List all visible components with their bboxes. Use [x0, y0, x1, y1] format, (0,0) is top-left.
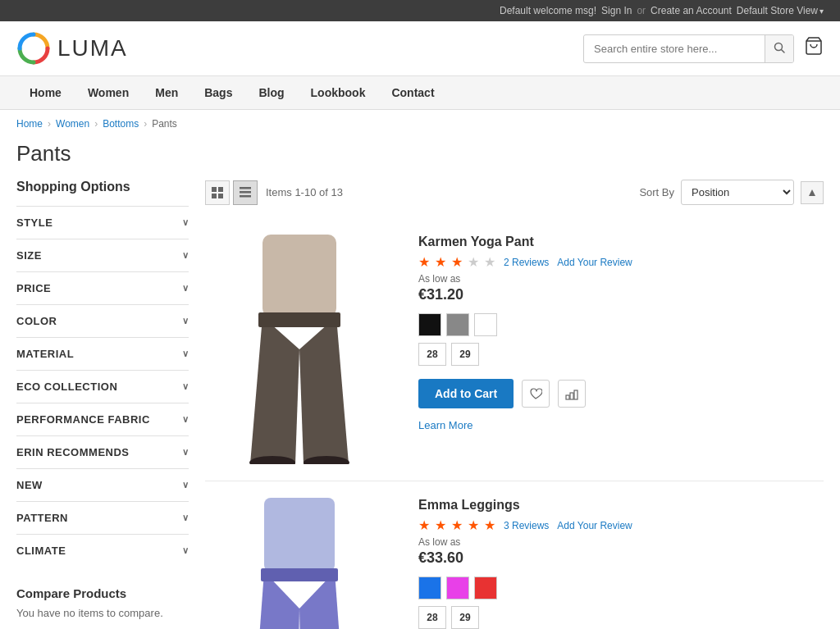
chevron-down-icon: ∨ [182, 480, 189, 490]
color-swatch-blue[interactable] [418, 577, 441, 599]
view-grid-button[interactable] [205, 180, 230, 205]
add-review-emma[interactable]: Add Your Review [557, 520, 632, 531]
filter-pattern-toggle[interactable]: PATTERN ∨ [16, 502, 189, 534]
product-image-emma [205, 498, 402, 629]
wishlist-karmen[interactable] [522, 380, 550, 408]
nav-item-home[interactable]: Home [16, 76, 75, 109]
grid-icon [212, 187, 223, 198]
filter-climate-toggle[interactable]: CLIMATE ∨ [16, 535, 189, 567]
filter-style-toggle[interactable]: STYLE ∨ [16, 207, 189, 239]
filter-material-toggle[interactable]: MATERIAL ∨ [16, 338, 189, 370]
product-image-yoga-pant [205, 235, 394, 464]
sort-direction-button[interactable] [801, 181, 824, 204]
svg-rect-6 [212, 194, 217, 198]
search-button[interactable] [765, 35, 793, 62]
product-rating-karmen: ★ ★ ★ ★ ★ 2 Reviews Add Your Review [418, 254, 824, 270]
search-input[interactable] [584, 36, 765, 62]
size-swatch-29[interactable]: 29 [451, 606, 479, 629]
compare-karmen[interactable] [558, 380, 586, 408]
sidebar: Shopping Options STYLE ∨ SIZE ∨ PRICE ∨ … [16, 180, 189, 629]
filter-eco-collection: ECO COLLECTION ∨ [16, 370, 189, 403]
nav-item-lookbook[interactable]: Lookbook [298, 76, 379, 109]
filter-pattern: PATTERN ∨ [16, 501, 189, 534]
size-swatch-28[interactable]: 28 [418, 343, 446, 366]
nav-item-men[interactable]: Men [142, 76, 191, 109]
store-switcher[interactable]: Default Store View ▾ [737, 5, 824, 16]
star-2: ★ [435, 254, 446, 270]
star-4: ★ [468, 254, 479, 270]
color-swatch-red[interactable] [474, 577, 497, 599]
filter-price-label: PRICE [16, 282, 51, 294]
breadcrumb-home[interactable]: Home [16, 118, 43, 130]
size-swatch-28[interactable]: 28 [418, 606, 446, 629]
filter-color: COLOR ∨ [16, 304, 189, 337]
product-image-karmen [205, 235, 402, 464]
chevron-down-icon: ∨ [182, 250, 189, 261]
filter-price: PRICE ∨ [16, 271, 189, 304]
svg-rect-19 [261, 568, 338, 581]
cart-button[interactable] [804, 36, 824, 61]
header-right [583, 34, 824, 63]
size-swatches-karmen: 28 29 [418, 343, 824, 366]
color-swatch-gray[interactable] [446, 313, 469, 336]
svg-rect-16 [570, 393, 573, 399]
svg-rect-7 [218, 194, 223, 198]
top-bar: Default welcome msg! Sign In or Create a… [0, 0, 840, 21]
shopping-options-title: Shopping Options [16, 180, 189, 194]
filter-size-toggle[interactable]: SIZE ∨ [16, 239, 189, 271]
svg-rect-9 [240, 191, 251, 194]
products-area: Items 1-10 of 13 Sort By Position Produc… [205, 180, 824, 629]
filter-climate-label: CLIMATE [16, 545, 66, 557]
filter-price-toggle[interactable]: PRICE ∨ [16, 272, 189, 304]
nav-item-contact[interactable]: Contact [378, 76, 447, 109]
breadcrumb-sep-1: › [48, 118, 51, 130]
toolbar-right: Sort By Position Product Name Price [639, 180, 824, 205]
svg-rect-12 [258, 312, 340, 327]
sort-by-label: Sort By [639, 186, 674, 198]
nav-item-women[interactable]: Women [75, 76, 142, 109]
create-account-link[interactable]: Create an Account [651, 5, 732, 16]
filter-erin-toggle[interactable]: ERIN RECOMMENDS ∨ [16, 436, 189, 468]
chevron-down-icon: ∨ [182, 414, 189, 425]
nav-item-blog[interactable]: Blog [245, 76, 297, 109]
filter-color-label: COLOR [16, 315, 57, 327]
add-to-cart-karmen[interactable]: Add to Cart [418, 379, 514, 408]
breadcrumb-women[interactable]: Women [56, 118, 89, 130]
svg-rect-8 [240, 187, 251, 189]
chevron-down-icon: ∨ [182, 381, 189, 392]
filter-climate: CLIMATE ∨ [16, 534, 189, 567]
compare-section: Compare Products You have no items to co… [16, 586, 189, 619]
svg-rect-15 [566, 395, 569, 399]
view-list-button[interactable] [233, 180, 258, 205]
color-swatch-white[interactable] [474, 313, 497, 336]
breadcrumb-bottoms[interactable]: Bottoms [103, 118, 139, 130]
price-karmen: €31.20 [418, 286, 824, 303]
sort-select[interactable]: Position Product Name Price [681, 180, 794, 205]
logo[interactable]: LUMA [16, 31, 128, 66]
color-swatches-emma [418, 577, 824, 599]
size-swatch-29[interactable]: 29 [451, 343, 479, 366]
view-switcher [205, 180, 258, 205]
nav-item-bags[interactable]: Bags [191, 76, 245, 109]
chevron-down-icon: ∨ [182, 545, 189, 556]
color-swatches-karmen [418, 313, 824, 336]
toolbar-left: Items 1-10 of 13 [205, 180, 343, 205]
filter-performance-toggle[interactable]: PERFORMANCE FABRIC ∨ [16, 403, 189, 435]
breadcrumb-current: Pants [152, 118, 177, 130]
search-box [583, 34, 794, 63]
add-review-karmen[interactable]: Add Your Review [557, 257, 632, 268]
product-details-emma: Emma Leggings ★ ★ ★ ★ ★ 3 Reviews Add Yo… [418, 498, 824, 629]
review-count-emma[interactable]: 3 Reviews [504, 520, 549, 531]
review-count-karmen[interactable]: 2 Reviews [504, 257, 549, 268]
color-swatch-pink[interactable] [446, 577, 469, 599]
cart-icon [804, 36, 824, 56]
filter-color-toggle[interactable]: COLOR ∨ [16, 305, 189, 337]
filter-new-toggle[interactable]: NEW ∨ [16, 469, 189, 501]
learn-more-karmen[interactable]: Learn More [418, 419, 472, 431]
signin-link[interactable]: Sign In [601, 5, 632, 16]
page-title: Pants [0, 138, 840, 180]
color-swatch-black[interactable] [418, 313, 441, 336]
filter-eco-toggle[interactable]: ECO COLLECTION ∨ [16, 371, 189, 403]
star-1: ★ [418, 517, 430, 533]
filter-erin-recommends: ERIN RECOMMENDS ∨ [16, 435, 189, 468]
